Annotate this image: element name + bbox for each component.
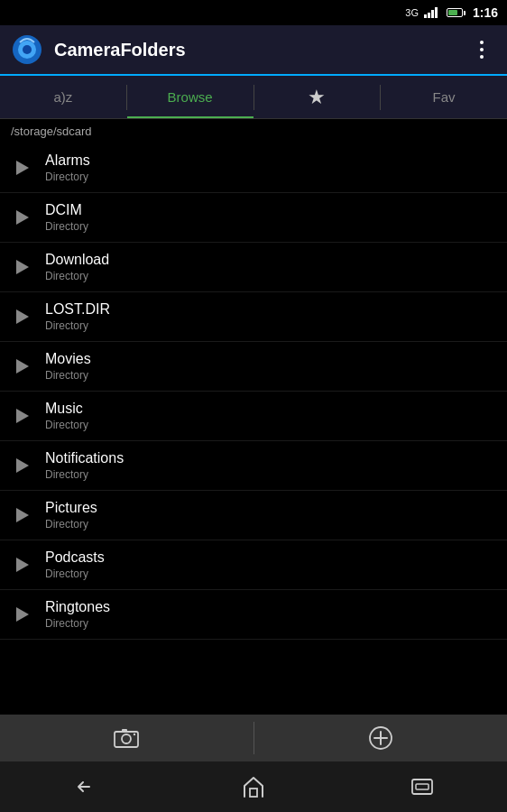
list-item[interactable]: Ringtones Directory	[0, 590, 507, 640]
tab-bar: a)z Browse ★ Fav	[0, 76, 507, 119]
file-info: Download Directory	[45, 252, 109, 282]
svg-rect-15	[122, 729, 127, 733]
file-info: Ringtones Directory	[45, 599, 110, 630]
battery-indicator	[447, 8, 466, 17]
file-info: Notifications Directory	[45, 450, 124, 481]
home-button[interactable]	[226, 767, 281, 807]
svg-marker-8	[16, 409, 29, 423]
star-icon: ★	[308, 86, 326, 109]
svg-point-14	[122, 734, 131, 743]
list-item[interactable]: Alarms Directory	[0, 143, 507, 193]
svg-marker-3	[16, 161, 29, 175]
file-list: Alarms Directory DCIM Directory	[0, 143, 507, 640]
status-bar: 3G 1:16	[0, 0, 507, 25]
signal-bars	[424, 7, 438, 18]
play-icon	[11, 306, 32, 328]
play-icon	[11, 256, 32, 278]
back-button[interactable]	[58, 767, 112, 807]
svg-marker-6	[16, 309, 29, 324]
svg-marker-4	[16, 210, 29, 225]
breadcrumb: /storage/sdcard	[0, 119, 507, 143]
play-icon	[11, 157, 32, 179]
file-info: Podcasts Directory	[45, 549, 105, 580]
file-info: Pictures Directory	[45, 500, 97, 531]
content-area: /storage/sdcard Alarms Directory DCIM	[0, 119, 507, 715]
file-info: Movies Directory	[45, 351, 91, 382]
tab-browse[interactable]: Browse	[127, 76, 254, 118]
app-title: CameraFolders	[54, 40, 467, 60]
list-item[interactable]: Download Directory	[0, 243, 507, 292]
signal-label: 3G	[405, 7, 419, 18]
svg-marker-11	[16, 558, 29, 572]
list-item[interactable]: DCIM Directory	[0, 193, 507, 243]
list-item[interactable]: Podcasts Directory	[0, 540, 507, 590]
nav-bar	[0, 761, 507, 812]
svg-point-16	[134, 734, 135, 735]
svg-rect-20	[250, 789, 257, 797]
bottom-action-bar	[0, 715, 507, 761]
svg-rect-22	[416, 784, 429, 789]
svg-point-2	[23, 45, 32, 54]
home-icon	[241, 775, 266, 798]
time-display: 1:16	[473, 5, 498, 20]
add-button[interactable]	[254, 715, 508, 761]
tab-fav[interactable]: Fav	[381, 76, 507, 118]
camera-button[interactable]	[0, 715, 254, 761]
play-icon	[11, 207, 32, 228]
back-icon	[71, 776, 98, 798]
play-icon	[11, 604, 32, 625]
recents-icon	[410, 775, 435, 798]
svg-marker-5	[16, 260, 29, 274]
recents-button[interactable]	[395, 767, 449, 807]
svg-marker-12	[16, 607, 29, 622]
camera-icon	[114, 727, 139, 749]
list-item[interactable]: Movies Directory	[0, 342, 507, 392]
file-info: LOST.DIR Directory	[45, 301, 110, 332]
file-info: DCIM Directory	[45, 202, 88, 233]
tab-az[interactable]: a)z	[0, 76, 126, 118]
file-info: Music Directory	[45, 401, 88, 431]
svg-marker-7	[16, 359, 29, 374]
title-bar: CameraFolders	[0, 25, 507, 76]
file-info: Alarms Directory	[45, 152, 90, 183]
list-item[interactable]: Pictures Directory	[0, 491, 507, 540]
list-item[interactable]: Notifications Directory	[0, 441, 507, 491]
play-icon	[11, 405, 32, 427]
svg-marker-10	[16, 508, 29, 522]
overflow-menu-button[interactable]	[467, 35, 496, 64]
svg-marker-9	[16, 458, 29, 473]
app-icon	[11, 33, 43, 66]
add-icon	[368, 725, 393, 751]
list-item[interactable]: LOST.DIR Directory	[0, 292, 507, 342]
tab-favorites[interactable]: ★	[254, 76, 381, 118]
play-icon	[11, 554, 32, 576]
play-icon	[11, 355, 32, 377]
play-icon	[11, 504, 32, 526]
list-item[interactable]: Music Directory	[0, 392, 507, 441]
play-icon	[11, 455, 32, 476]
